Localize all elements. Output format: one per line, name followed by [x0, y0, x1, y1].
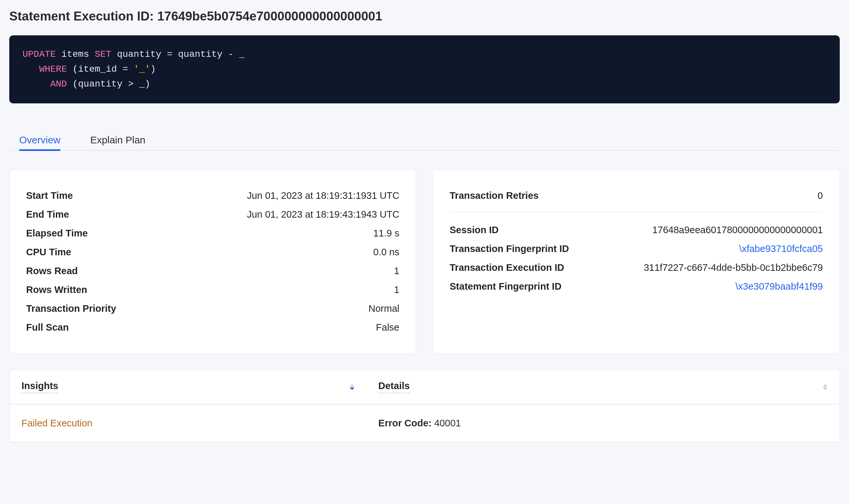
insight-detail: Error Code: 40001 — [366, 404, 839, 442]
kv-row: Transaction Execution ID 311f7227-c667-4… — [450, 258, 823, 277]
column-label: Details — [378, 380, 410, 393]
kv-row: Session ID 17648a9eea6017800000000000000… — [450, 221, 823, 239]
kv-row: CPU Time 0.0 ns — [26, 243, 399, 262]
tab-explain-plan[interactable]: Explain Plan — [90, 130, 145, 150]
kv-label: Statement Fingerprint ID — [450, 281, 561, 292]
sql-keyword: AND — [50, 79, 67, 89]
sql-text: (quantity > _) — [72, 79, 150, 89]
kv-label: End Time — [26, 209, 69, 220]
kv-row: Rows Read 1 — [26, 262, 399, 281]
kv-row: Elapsed Time 11.9 s — [26, 224, 399, 243]
title-prefix: Statement Execution ID: — [9, 9, 157, 23]
sql-text: ) — [151, 64, 156, 74]
kv-label: Transaction Priority — [26, 303, 116, 314]
kv-row: End Time Jun 01, 2023 at 18:19:43:1943 U… — [26, 205, 399, 224]
sql-block: UPDATE items SET quantity = quantity - _… — [9, 35, 840, 103]
kv-value: 0 — [818, 190, 823, 201]
sort-icon[interactable] — [823, 384, 828, 390]
detail-value: 40001 — [431, 418, 461, 428]
statement-fingerprint-link[interactable]: \x3e3079baabf41f99 — [735, 281, 823, 292]
kv-value: 1 — [394, 266, 399, 276]
sql-string: '_' — [134, 64, 150, 74]
transaction-fingerprint-link[interactable]: \xfabe93710fcfca05 — [739, 244, 823, 254]
kv-label: Transaction Execution ID — [450, 262, 564, 273]
kv-label: Transaction Fingerprint ID — [450, 244, 569, 254]
overview-right-card: Transaction Retries 0 Session ID 17648a9… — [433, 169, 840, 354]
sql-keyword: UPDATE — [22, 49, 56, 59]
kv-row: Full Scan False — [26, 318, 399, 337]
sql-keyword: WHERE — [39, 64, 67, 74]
kv-value: 17648a9eea6017800000000000000001 — [652, 224, 823, 235]
sql-ident: items — [62, 49, 89, 59]
kv-label: Rows Read — [26, 266, 78, 276]
kv-value: 0.0 ns — [373, 247, 399, 258]
kv-label: Start Time — [26, 190, 73, 201]
details-column-header[interactable]: Details — [366, 370, 839, 404]
insights-table-head: Insights Details — [10, 370, 839, 404]
divider — [450, 212, 823, 212]
kv-label: CPU Time — [26, 247, 71, 258]
kv-row: Start Time Jun 01, 2023 at 18:19:31:1931… — [26, 186, 399, 205]
sort-up-icon — [350, 384, 354, 387]
sort-down-icon — [823, 388, 828, 390]
kv-row: Transaction Retries 0 — [450, 186, 823, 205]
kv-value: False — [376, 322, 399, 333]
insights-card: Insights Details Failed Execution Error … — [9, 370, 840, 443]
page-title: Statement Execution ID: 17649be5b0754e70… — [9, 9, 840, 23]
kv-value: Jun 01, 2023 at 18:19:43:1943 UTC — [247, 209, 399, 220]
insights-column-header[interactable]: Insights — [10, 370, 366, 404]
kv-label: Rows Written — [26, 284, 87, 295]
sql-text: quantity = quantity - _ — [117, 49, 245, 59]
execution-id: 17649be5b0754e700000000000000001 — [157, 9, 382, 23]
kv-value: Jun 01, 2023 at 18:19:31:1931 UTC — [247, 190, 399, 201]
sort-down-icon — [350, 388, 354, 390]
sql-keyword: SET — [94, 49, 111, 59]
insight-name[interactable]: Failed Execution — [10, 404, 366, 442]
kv-label: Elapsed Time — [26, 228, 88, 239]
sql-text: (item_id = — [72, 64, 134, 74]
kv-value: Normal — [369, 303, 399, 314]
tabs: Overview Explain Plan — [9, 130, 840, 151]
overview-left-card: Start Time Jun 01, 2023 at 18:19:31:1931… — [9, 169, 416, 354]
detail-label: Error Code: — [378, 418, 431, 428]
kv-row: Transaction Fingerprint ID \xfabe93710fc… — [450, 239, 823, 258]
kv-row: Rows Written 1 — [26, 281, 399, 299]
kv-label: Transaction Retries — [450, 190, 539, 201]
kv-row: Transaction Priority Normal — [26, 299, 399, 318]
tab-overview[interactable]: Overview — [19, 130, 60, 150]
sort-up-icon — [823, 384, 828, 387]
kv-value: 11.9 s — [373, 228, 399, 239]
sort-icon[interactable] — [350, 384, 354, 390]
kv-value: 1 — [394, 284, 399, 295]
kv-value: 311f7227-c667-4dde-b5bb-0c1b2bbe6c79 — [644, 262, 823, 273]
table-row: Failed Execution Error Code: 40001 — [10, 404, 839, 442]
kv-label: Full Scan — [26, 322, 69, 333]
kv-label: Session ID — [450, 224, 499, 235]
column-label: Insights — [21, 380, 58, 393]
kv-row: Statement Fingerprint ID \x3e3079baabf41… — [450, 277, 823, 296]
